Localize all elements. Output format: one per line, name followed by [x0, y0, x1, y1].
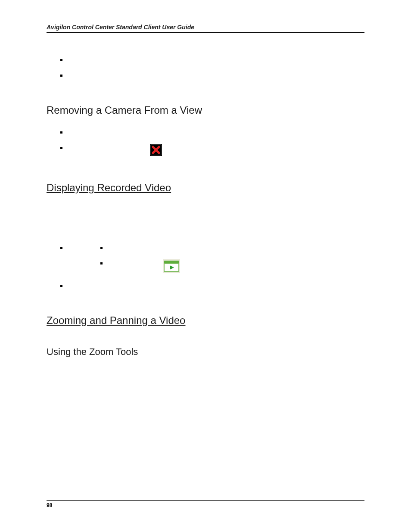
page-number: 98 [47, 502, 364, 508]
header-title: Avigilon Control Center Standard Client … [47, 24, 364, 32]
list-item [47, 282, 364, 289]
header-rule [47, 32, 364, 33]
nested-bullet-list [64, 244, 364, 273]
section-heading-displaying-recorded: Displaying Recorded Video [47, 182, 364, 194]
footer-rule [47, 500, 364, 501]
list-item [47, 56, 364, 63]
section-heading-removing-camera: Removing a Camera From a View [47, 104, 364, 116]
displaying-recorded-bullet-list [47, 244, 364, 289]
close-icon [150, 144, 162, 156]
subsection-heading-zoom-tools: Using the Zoom Tools [47, 346, 364, 358]
page-footer: 98 [47, 500, 364, 508]
removing-camera-bullet-list [47, 128, 364, 156]
list-item [47, 128, 364, 135]
list-item [47, 72, 364, 78]
document-page: Avigilon Control Center Standard Client … [0, 0, 411, 532]
list-item [47, 244, 364, 273]
recorded-icon [163, 259, 180, 273]
list-item [64, 244, 364, 251]
list-item [64, 259, 364, 273]
section-heading-zooming-panning: Zooming and Panning a Video [47, 314, 364, 327]
svg-rect-3 [164, 261, 179, 263]
top-bullet-list [47, 56, 364, 78]
list-item [47, 144, 364, 156]
